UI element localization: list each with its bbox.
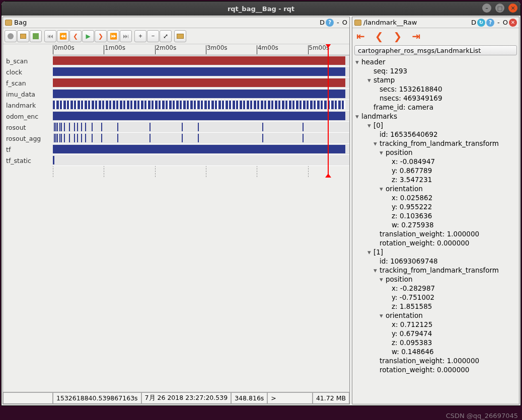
close-panel-icon[interactable]: ✕	[509, 19, 517, 27]
help-icon[interactable]: ?	[326, 19, 334, 27]
topic-label[interactable]: rosout	[3, 122, 53, 133]
rewind-button[interactable]: ⏪	[57, 30, 69, 42]
zoom-in-button[interactable]: ＋	[134, 30, 146, 42]
track-odom_enc[interactable]	[53, 111, 349, 122]
window-title: rqt_bag__Bag - rqt	[228, 5, 294, 13]
status-gt: >	[267, 392, 313, 404]
track-tf_static[interactable]	[53, 155, 349, 166]
record-button[interactable]	[5, 30, 17, 42]
folder-icon	[5, 20, 12, 26]
hdr-dash: -	[337, 19, 339, 26]
msg-navbar: ⇤ ❮ ❯ ⇥	[352, 28, 519, 44]
track-b_scan[interactable]	[53, 55, 349, 66]
status-size: 41.72 MB	[313, 392, 349, 404]
play-button[interactable]: ▶	[82, 30, 94, 42]
folder-icon	[354, 20, 361, 26]
minimize-button[interactable]: –	[482, 4, 491, 13]
hdr-dash: -	[497, 19, 500, 26]
last-msg-button[interactable]: ⇥	[412, 30, 420, 42]
msg-tree[interactable]: ▾header seq: 1293 ▾stamp secs: 153261884…	[352, 56, 519, 404]
close-button[interactable]: ✕	[508, 4, 517, 13]
status-blank	[3, 392, 53, 404]
hdr-o: O	[503, 19, 508, 26]
zoom-fit-button[interactable]: ⤢	[160, 30, 172, 42]
topic-label[interactable]: landmark	[3, 100, 53, 111]
step-fwd-button[interactable]: ❯	[95, 30, 107, 42]
help-icon[interactable]: ?	[486, 19, 494, 27]
hdr-d: D	[320, 19, 325, 26]
next-msg-button[interactable]: ❯	[394, 30, 402, 42]
titlebar: rqt_bag__Bag - rqt – □ ✕	[2, 2, 520, 16]
hdr-o: O	[342, 19, 347, 26]
topic-label[interactable]: f_scan	[3, 77, 53, 89]
time-ruler: 0m00s 1m00s 2m00s 3m00s 4m00s 5m00s	[53, 44, 349, 55]
watermark: CSDN @qq_26697045	[446, 412, 518, 419]
track-clock[interactable]	[53, 66, 349, 77]
topic-label[interactable]: imu_data	[3, 89, 53, 100]
topic-label[interactable]: b_scan	[3, 55, 53, 66]
skip-start-button[interactable]: ⏮	[44, 30, 56, 42]
bag-panel: Bag D ? - O ⏮ ⏪ ❮ ▶ ❯ ⏩ ⏭ ＋ －	[3, 17, 350, 404]
topic-label[interactable]: tf	[3, 144, 53, 155]
topic-label[interactable]: rosout_agg	[3, 133, 53, 144]
thumbnail-button[interactable]	[174, 30, 186, 42]
raw-panel: /landmark__Raw D ↻ ? - O ✕ ⇤ ❮ ❯ ⇥ carto…	[352, 17, 519, 404]
prev-msg-button[interactable]: ❮	[375, 30, 384, 42]
track-landmark[interactable]	[53, 100, 349, 111]
save-button[interactable]	[30, 30, 42, 42]
track-tf[interactable]	[53, 144, 349, 155]
fastfwd-button[interactable]: ⏩	[107, 30, 119, 42]
track-rosout[interactable]	[53, 122, 349, 133]
zoom-out-button[interactable]: －	[147, 30, 159, 42]
raw-panel-title: /landmark__Raw	[363, 19, 417, 26]
skip-end-button[interactable]: ⏭	[120, 30, 132, 42]
playhead[interactable]	[328, 44, 329, 177]
reload-icon[interactable]: ↻	[477, 19, 485, 27]
maximize-button[interactable]: □	[495, 4, 504, 13]
ruler-spacer	[3, 44, 53, 55]
open-button[interactable]	[17, 30, 29, 42]
track-imu_data[interactable]	[53, 89, 349, 100]
hdr-d: D	[471, 19, 476, 26]
track-rosout_agg[interactable]	[53, 133, 349, 144]
status-duration: 348.816s	[231, 392, 267, 404]
track-f_scan[interactable]	[53, 77, 349, 89]
topic-label[interactable]: tf_static	[3, 155, 53, 166]
bag-panel-title: Bag	[14, 19, 27, 26]
first-msg-button[interactable]: ⇤	[356, 30, 365, 42]
topic-label[interactable]: clock	[3, 66, 53, 77]
toolbar: ⏮ ⏪ ❮ ▶ ❯ ⏩ ⏭ ＋ － ⤢	[3, 28, 349, 44]
topic-label[interactable]: odom_enc	[3, 111, 53, 122]
status-timestamp: 1532618840.539867163s	[53, 392, 141, 404]
timeline[interactable]: b_scan clock f_scan imu_data landmark od…	[3, 44, 349, 218]
msg-type: cartographer_ros_msgs/LandmarkList	[354, 45, 517, 55]
status-date: 7月 26 2018 23:27:20.539	[141, 392, 232, 404]
statusbar: 1532618840.539867163s 7月 26 2018 23:27:2…	[3, 392, 349, 404]
step-back-button[interactable]: ❮	[69, 30, 82, 42]
